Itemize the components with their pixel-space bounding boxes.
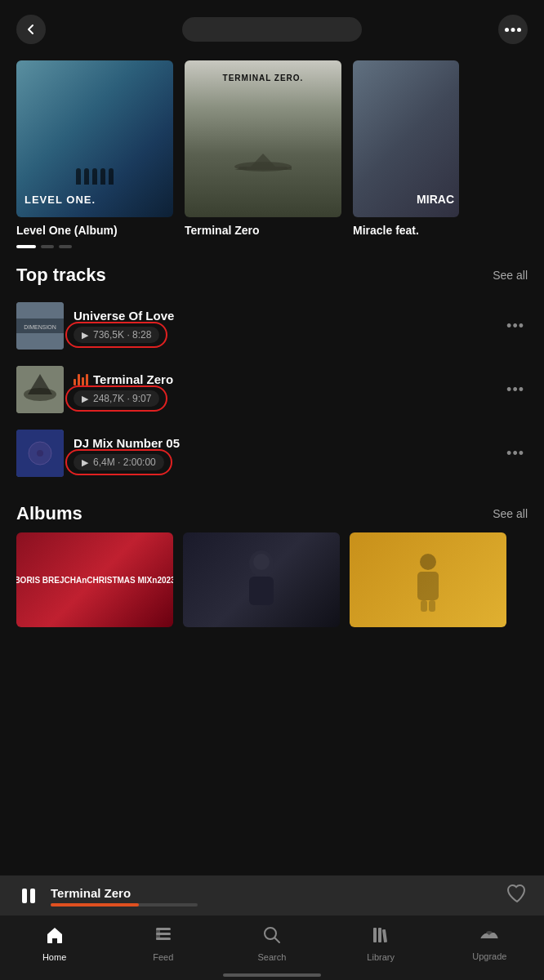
track-info-uol: Universe Of Love ▶ 736,5K · 8:28 bbox=[74, 309, 503, 343]
nav-label-search: Search bbox=[258, 952, 287, 962]
svg-rect-35 bbox=[382, 929, 387, 942]
plane-icon bbox=[230, 152, 296, 176]
album-art-miracle bbox=[353, 60, 459, 217]
svg-text:DIMENSION: DIMENSION bbox=[24, 324, 56, 330]
svg-point-20 bbox=[253, 554, 270, 570]
like-button[interactable] bbox=[506, 884, 528, 908]
track-item-djmix[interactable]: DJ Mix Number 05 ▶ 6,4M · 2:00:00 ••• bbox=[16, 421, 528, 485]
pause-button[interactable] bbox=[16, 887, 41, 905]
dark-figure-art bbox=[237, 547, 286, 612]
track-item-tz[interactable]: Terminal Zero ▶ 248,7K · 9:07 ••• bbox=[16, 358, 528, 421]
page-indicator bbox=[0, 237, 544, 253]
track-item-uol[interactable]: DIMENSION Universe Of Love ▶ 736,5K · 8:… bbox=[16, 294, 528, 358]
album-title-level-one: Level One (Album) bbox=[16, 224, 118, 237]
track-thumb-djmix bbox=[16, 430, 64, 477]
nav-label-library: Library bbox=[367, 952, 395, 962]
feed-icon bbox=[154, 926, 172, 949]
track-more-uol[interactable]: ••• bbox=[503, 318, 528, 335]
album-card-level-one[interactable]: Level One (Album) bbox=[16, 60, 173, 237]
nav-item-library[interactable]: Library bbox=[356, 926, 405, 962]
album-dark[interactable] bbox=[183, 532, 340, 627]
track-meta-djmix: ▶ 6,4M · 2:00:00 bbox=[74, 454, 164, 470]
album-art-terminal-zero bbox=[185, 60, 341, 217]
album-art-level-one bbox=[16, 60, 173, 217]
albums-header: Albums See all bbox=[0, 492, 544, 532]
tz-art bbox=[16, 366, 64, 413]
upgrade-icon bbox=[479, 927, 499, 948]
top-tracks-title: Top tracks bbox=[16, 265, 106, 286]
track-info-djmix: DJ Mix Number 05 ▶ 6,4M · 2:00:00 bbox=[74, 436, 503, 470]
track-stats-djmix: 6,4M · 2:00:00 bbox=[93, 457, 156, 468]
home-indicator bbox=[223, 973, 321, 977]
album-title-miracle: Miracle feat. bbox=[353, 224, 419, 237]
bottom-navigation: Home Feed Search bbox=[0, 915, 544, 980]
app-header bbox=[0, 0, 544, 52]
album-title-terminal-zero: Terminal Zero bbox=[185, 224, 260, 237]
svg-rect-22 bbox=[417, 572, 439, 600]
track-thumb-uol: DIMENSION bbox=[16, 302, 64, 350]
albums-grid-container bbox=[0, 532, 544, 627]
album-yellow[interactable] bbox=[350, 532, 506, 627]
nav-label-home: Home bbox=[42, 952, 66, 962]
back-button[interactable] bbox=[16, 15, 46, 44]
albums-title: Albums bbox=[16, 503, 82, 524]
svg-rect-19 bbox=[249, 577, 274, 605]
track-thumb-tz bbox=[16, 366, 64, 413]
svg-rect-24 bbox=[429, 600, 435, 612]
now-playing-info: Terminal Zero bbox=[51, 886, 497, 906]
nav-item-feed[interactable]: Feed bbox=[139, 926, 188, 962]
track-list: DIMENSION Universe Of Love ▶ 736,5K · 8:… bbox=[0, 294, 544, 485]
svg-rect-30 bbox=[156, 929, 160, 940]
nav-label-feed: Feed bbox=[153, 952, 173, 962]
svg-line-32 bbox=[274, 938, 279, 942]
track-name-djmix: DJ Mix Number 05 bbox=[74, 436, 180, 450]
svg-rect-33 bbox=[373, 928, 377, 942]
track-name-tz: Terminal Zero bbox=[93, 372, 173, 386]
svg-rect-34 bbox=[378, 928, 381, 942]
now-playing-bar: Terminal Zero bbox=[0, 875, 544, 915]
track-stats-uol: 736,5K · 8:28 bbox=[93, 329, 151, 341]
albums-see-all[interactable]: See all bbox=[493, 507, 528, 520]
track-stats-tz: 248,7K · 9:07 bbox=[93, 393, 151, 404]
more-button[interactable] bbox=[498, 15, 528, 44]
track-more-tz[interactable]: ••• bbox=[503, 381, 528, 399]
top-tracks-header: Top tracks See all bbox=[0, 253, 544, 294]
svg-point-1 bbox=[511, 28, 515, 32]
play-icon-uol: ▶ bbox=[82, 330, 88, 341]
album-christmas[interactable] bbox=[16, 532, 173, 627]
album-card-terminal-zero[interactable]: Terminal Zero bbox=[185, 60, 341, 237]
track-meta-uol: ▶ 736,5K · 8:28 bbox=[74, 327, 159, 343]
yellow-figure-art bbox=[408, 547, 448, 612]
svg-point-0 bbox=[505, 28, 509, 32]
now-playing-title: Terminal Zero bbox=[51, 886, 497, 900]
svg-rect-25 bbox=[22, 889, 27, 903]
svg-rect-17 bbox=[16, 430, 64, 477]
album-card-miracle[interactable]: Miracle feat. bbox=[353, 60, 459, 237]
albums-grid bbox=[16, 532, 528, 627]
library-icon bbox=[372, 926, 390, 949]
svg-marker-4 bbox=[251, 154, 275, 167]
svg-point-2 bbox=[517, 28, 521, 32]
progress-bar-fill bbox=[51, 903, 139, 906]
svg-point-36 bbox=[486, 931, 493, 936]
top-tracks-see-all[interactable]: See all bbox=[493, 269, 528, 282]
track-info-tz: Terminal Zero ▶ 248,7K · 9:07 bbox=[74, 372, 503, 407]
level-one-silhouette bbox=[76, 168, 114, 185]
djmix-art bbox=[16, 430, 64, 477]
dot-3 bbox=[59, 245, 72, 248]
nav-item-search[interactable]: Search bbox=[247, 926, 297, 962]
play-icon-tz: ▶ bbox=[82, 394, 88, 404]
nav-label-upgrade: Upgrade bbox=[472, 951, 506, 961]
svg-point-21 bbox=[420, 554, 436, 570]
progress-bar-bg bbox=[51, 903, 198, 906]
dot-2 bbox=[41, 245, 54, 248]
play-icon-djmix: ▶ bbox=[82, 457, 88, 468]
home-icon bbox=[45, 926, 65, 949]
search-icon bbox=[263, 926, 281, 949]
dot-1 bbox=[16, 245, 36, 248]
nav-item-upgrade[interactable]: Upgrade bbox=[465, 927, 514, 961]
uol-art: DIMENSION bbox=[16, 302, 64, 350]
track-more-djmix[interactable]: ••• bbox=[503, 445, 528, 462]
track-meta-tz: ▶ 248,7K · 9:07 bbox=[74, 390, 159, 407]
nav-item-home[interactable]: Home bbox=[30, 926, 79, 962]
